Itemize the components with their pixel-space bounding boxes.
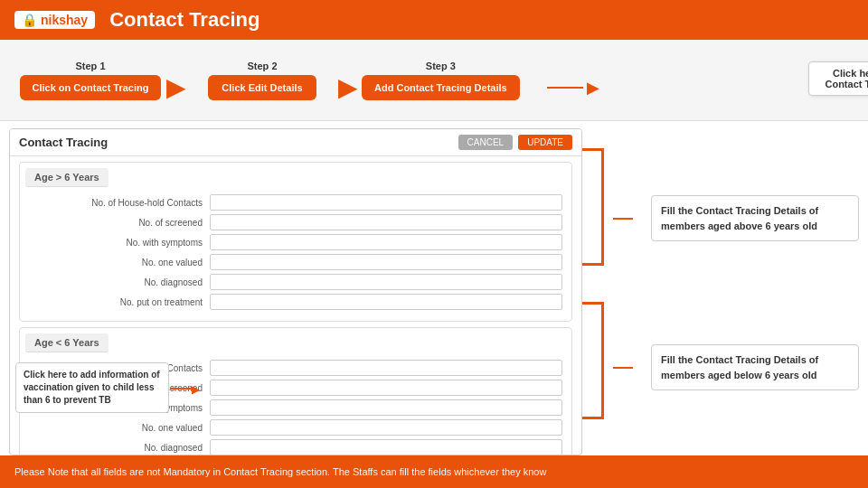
- field-label: No. put on treatment: [29, 297, 210, 307]
- field-input[interactable]: [210, 254, 562, 270]
- step3-area: Step 3 Add Contact Tracing Details: [362, 61, 520, 100]
- form-panel: Contact Tracing CANCEL UPDATE Age > 6 Ye…: [9, 128, 582, 455]
- field-label: No. of screened: [29, 218, 210, 228]
- field-input[interactable]: [210, 380, 562, 396]
- left-annotation-arrowhead: ▶: [192, 383, 200, 396]
- form-header: Contact Tracing CANCEL UPDATE: [10, 129, 581, 156]
- step1-label: Step 1: [75, 61, 105, 71]
- below-connector: [613, 367, 633, 369]
- step3-annotation-bubble: Click here to update Contact Tracing Det…: [808, 61, 868, 96]
- above-6-annotation: Fill the Contact Tracing Details of memb…: [651, 195, 859, 241]
- age-below-label: Age < 6 Years: [25, 333, 108, 352]
- field-input[interactable]: [210, 439, 562, 455]
- field-input[interactable]: [210, 360, 562, 376]
- step3-annotation-area: ▶ Click here to update Contact Tracing D…: [547, 70, 754, 105]
- step1-group: Step 1 Click on Contact Tracing: [18, 61, 163, 100]
- step1-box[interactable]: Click on Contact Tracing: [20, 75, 162, 100]
- table-row: No. diagnosed: [29, 439, 562, 455]
- field-input[interactable]: [210, 419, 562, 436]
- step2-box[interactable]: Click Edit Details: [208, 75, 316, 100]
- step3-label: Step 3: [426, 61, 456, 71]
- table-row: No. of screened: [29, 214, 562, 230]
- field-label: No. diagnosed: [29, 443, 210, 453]
- footer-text: Please Note that all fields are not Mand…: [14, 466, 546, 477]
- above-connector: [613, 218, 633, 220]
- field-input[interactable]: [210, 214, 562, 230]
- header: 🔒 nikshay Contact Tracing: [0, 0, 868, 40]
- field-input[interactable]: [210, 194, 562, 211]
- form-title: Contact Tracing: [19, 136, 108, 149]
- table-row: No. of House-hold Contacts: [29, 194, 562, 211]
- step3-box[interactable]: Add Contact Tracing Details: [362, 75, 520, 100]
- field-label: No. one valued: [29, 423, 210, 433]
- above-bracket: [582, 148, 604, 266]
- main-area: Contact Tracing CANCEL UPDATE Age > 6 Ye…: [0, 121, 868, 455]
- annotation-arrowhead: ▶: [587, 79, 599, 97]
- above-annotation-row: Fill the Contact Tracing Details of memb…: [591, 195, 859, 241]
- age-above-section: Age > 6 Years No. of House-hold Contacts…: [19, 162, 572, 322]
- vaccination-annotation-text: Click here to add information of vaccina…: [24, 370, 160, 405]
- age-above-fields: No. of House-hold Contacts No. of screen…: [20, 192, 571, 321]
- field-input[interactable]: [210, 294, 562, 310]
- table-row: No. diagnosed: [29, 274, 562, 290]
- cancel-button[interactable]: CANCEL: [458, 135, 514, 150]
- logo-text: nikshay: [41, 13, 88, 27]
- page-title: Contact Tracing: [109, 8, 259, 32]
- age-above-label: Age > 6 Years: [25, 168, 108, 187]
- table-row: No. one valued: [29, 419, 562, 436]
- above-6-text: Fill the Contact Tracing Details of memb…: [661, 205, 818, 231]
- field-input[interactable]: [210, 274, 562, 290]
- field-label: No. diagnosed: [29, 277, 210, 287]
- steps-bar: Step 1 Click on Contact Tracing ▶ Step 2…: [0, 40, 868, 121]
- field-input[interactable]: [210, 399, 562, 416]
- vaccination-annotation: Click here to add information of vaccina…: [15, 362, 169, 413]
- logo-icon: 🔒: [22, 13, 37, 27]
- below-annotation-row: Fill the Contact Tracing Details of memb…: [591, 344, 859, 390]
- update-button[interactable]: UPDATE: [518, 135, 572, 150]
- footer-note: Please Note that all fields are not Mand…: [0, 455, 868, 488]
- field-label: No. of House-hold Contacts: [29, 198, 210, 208]
- right-panel: Fill the Contact Tracing Details of memb…: [582, 121, 868, 455]
- step3-annotation-text: Click here to update Contact Tracing Det…: [825, 68, 868, 89]
- field-input[interactable]: [210, 234, 562, 250]
- left-annotation-container: Click here to add information of vaccina…: [15, 362, 169, 413]
- table-row: No. put on treatment: [29, 294, 562, 310]
- below-6-annotation: Fill the Contact Tracing Details of memb…: [651, 344, 859, 390]
- form-buttons: CANCEL UPDATE: [458, 135, 572, 150]
- annotation-line: [547, 87, 583, 89]
- step2-to-step3-arrow: ▶: [338, 72, 358, 102]
- step2-group: Step 2 Click Edit Details: [190, 61, 335, 100]
- field-label: No. one valued: [29, 258, 210, 267]
- below-6-text: Fill the Contact Tracing Details of memb…: [661, 354, 818, 380]
- left-annotation-line: ▶: [171, 388, 194, 389]
- below-bracket: [582, 302, 604, 419]
- step1-to-step2-arrow: ▶: [166, 72, 186, 102]
- step2-label: Step 2: [247, 61, 277, 71]
- table-row: No. one valued: [29, 254, 562, 270]
- table-row: No. with symptoms: [29, 234, 562, 250]
- logo: 🔒 nikshay: [14, 11, 95, 29]
- field-label: No. with symptoms: [29, 238, 210, 248]
